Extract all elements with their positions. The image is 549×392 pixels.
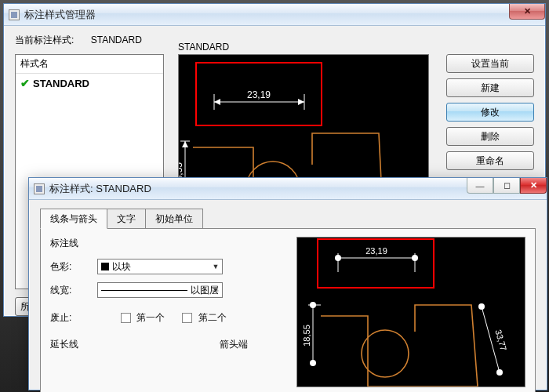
suppress-label: 废止: <box>50 311 97 325</box>
close-button[interactable]: ✕ <box>520 178 547 194</box>
style-name: STANDARD <box>33 78 89 89</box>
svg-point-23 <box>478 303 485 310</box>
svg-point-20 <box>310 360 316 366</box>
suppress-first-label: 第一个 <box>136 312 165 323</box>
svg-point-12 <box>362 330 409 377</box>
suppress-first-checkbox[interactable] <box>121 313 131 323</box>
suppress-second-label: 第二个 <box>198 312 227 323</box>
chevron-down-icon: ▼ <box>209 283 222 297</box>
svg-marker-6 <box>298 99 304 105</box>
delete-button[interactable]: 删除 <box>446 127 534 146</box>
dim-vertical: 18,55 <box>302 325 311 347</box>
tabs: 线条与箭头 文字 初始单位 <box>40 208 536 228</box>
group-dim-lines: 标注线 <box>50 237 285 250</box>
minimize-button[interactable]: — <box>467 178 493 194</box>
dim-horizontal: 23,19 <box>365 246 387 256</box>
style-preview: 23,19 18,55 33,77 <box>296 237 525 387</box>
lineweight-combo[interactable]: 以图层 ▼ <box>97 282 223 298</box>
line-preview <box>101 290 187 291</box>
titlebar[interactable]: 标注样式管理器 ✕ <box>4 4 545 26</box>
tab-text[interactable]: 文字 <box>107 209 146 229</box>
svg-marker-9 <box>182 141 188 147</box>
style-list-item[interactable]: ✔ STANDARD <box>16 74 163 93</box>
dimension-style-edit-window: 标注样式: STANDARD — ◻ ✕ 线条与箭头 文字 初始单位 标注线 色… <box>28 177 547 390</box>
app-icon <box>34 183 45 194</box>
color-value: 以块 <box>112 260 131 274</box>
check-icon: ✔ <box>20 77 30 89</box>
svg-marker-5 <box>214 99 220 105</box>
tab-lines[interactable]: 线条与箭头 <box>40 209 107 229</box>
lineweight-label: 线宽: <box>50 284 97 297</box>
current-style-label: 当前标注样式: <box>15 34 74 45</box>
modify-button[interactable]: 修改 <box>446 103 534 122</box>
svg-point-24 <box>496 369 503 376</box>
window-title: 标注样式: STANDARD <box>49 182 151 196</box>
maximize-button[interactable]: ◻ <box>493 178 520 194</box>
set-current-button[interactable]: 设置当前 <box>446 54 534 73</box>
window-title: 标注样式管理器 <box>24 8 96 22</box>
color-combo[interactable]: 以块 ▼ <box>97 259 223 274</box>
color-label: 色彩: <box>50 260 97 274</box>
group-arrowheads: 箭头端 <box>220 338 248 351</box>
color-swatch <box>101 263 109 270</box>
dim-diagonal: 33,77 <box>493 328 508 352</box>
preview-label: STANDARD <box>178 42 229 53</box>
new-button[interactable]: 新建 <box>446 78 534 97</box>
close-button[interactable]: ✕ <box>509 4 545 20</box>
tab-page-lines: 标注线 色彩: 以块 ▼ 线宽: 以图层 ▼ <box>40 228 536 392</box>
dim-horizontal: 23,19 <box>247 89 271 100</box>
rename-button[interactable]: 重命名 <box>446 151 534 170</box>
group-extension-lines: 延长线 <box>50 338 78 351</box>
app-icon <box>9 9 20 20</box>
button-column: 设置当前 新建 修改 删除 重命名 <box>446 54 534 170</box>
style-list-header: 样式名 <box>16 55 163 74</box>
edit-body: 线条与箭头 文字 初始单位 标注线 色彩: 以块 ▼ 线宽: <box>29 200 547 390</box>
tab-units[interactable]: 初始单位 <box>145 209 203 229</box>
titlebar[interactable]: 标注样式: STANDARD — ◻ ✕ <box>29 178 547 200</box>
suppress-second-checkbox[interactable] <box>182 313 192 323</box>
current-style-value: STANDARD <box>91 34 142 45</box>
chevron-down-icon: ▼ <box>209 260 222 274</box>
